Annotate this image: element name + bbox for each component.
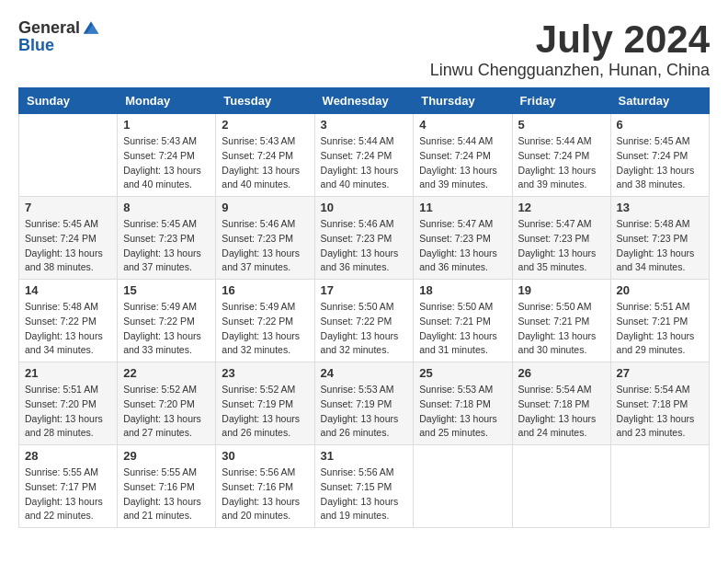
day-info: Sunrise: 5:54 AM Sunset: 7:18 PM Dayligh…	[518, 383, 605, 441]
weekday-header-wednesday: Wednesday	[314, 88, 414, 114]
weekday-header-row: SundayMondayTuesdayWednesdayThursdayFrid…	[19, 88, 710, 114]
weekday-header-tuesday: Tuesday	[216, 88, 314, 114]
calendar-cell: 29Sunrise: 5:55 AM Sunset: 7:16 PM Dayli…	[118, 445, 216, 528]
day-info: Sunrise: 5:53 AM Sunset: 7:18 PM Dayligh…	[419, 383, 506, 441]
calendar-cell: 5Sunrise: 5:44 AM Sunset: 7:24 PM Daylig…	[512, 114, 610, 197]
day-info: Sunrise: 5:48 AM Sunset: 7:23 PM Dayligh…	[617, 217, 703, 275]
day-number: 22	[123, 366, 210, 380]
calendar-table: SundayMondayTuesdayWednesdayThursdayFrid…	[18, 87, 710, 528]
day-info: Sunrise: 5:47 AM Sunset: 7:23 PM Dayligh…	[518, 217, 605, 275]
day-info: Sunrise: 5:56 AM Sunset: 7:15 PM Dayligh…	[321, 465, 408, 523]
day-info: Sunrise: 5:47 AM Sunset: 7:23 PM Dayligh…	[419, 217, 506, 275]
day-number: 12	[518, 201, 605, 214]
day-number: 28	[25, 449, 111, 463]
day-info: Sunrise: 5:49 AM Sunset: 7:22 PM Dayligh…	[222, 300, 308, 358]
day-info: Sunrise: 5:45 AM Sunset: 7:23 PM Dayligh…	[123, 217, 210, 275]
logo-blue: Blue	[18, 36, 54, 54]
calendar-cell: 17Sunrise: 5:50 AM Sunset: 7:22 PM Dayli…	[314, 280, 414, 362]
day-number: 25	[419, 366, 506, 380]
calendar-week-row: 1Sunrise: 5:43 AM Sunset: 7:24 PM Daylig…	[19, 114, 710, 197]
day-number: 23	[222, 366, 308, 380]
weekday-header-sunday: Sunday	[19, 88, 118, 114]
day-number: 7	[25, 201, 111, 214]
weekday-header-saturday: Saturday	[610, 88, 709, 114]
day-number: 17	[321, 283, 408, 297]
day-number: 19	[518, 283, 605, 297]
day-number: 6	[617, 118, 703, 132]
calendar-cell	[19, 114, 118, 197]
day-number: 10	[321, 201, 408, 214]
day-info: Sunrise: 5:43 AM Sunset: 7:24 PM Dayligh…	[123, 134, 210, 192]
day-number: 16	[222, 283, 308, 297]
calendar-week-row: 7Sunrise: 5:45 AM Sunset: 7:24 PM Daylig…	[19, 197, 710, 280]
day-info: Sunrise: 5:44 AM Sunset: 7:24 PM Dayligh…	[321, 134, 408, 192]
day-number: 11	[419, 201, 506, 214]
day-number: 15	[123, 283, 210, 297]
logo-icon	[82, 18, 100, 37]
calendar-cell: 7Sunrise: 5:45 AM Sunset: 7:24 PM Daylig…	[19, 197, 118, 280]
calendar-cell: 25Sunrise: 5:53 AM Sunset: 7:18 PM Dayli…	[414, 362, 512, 445]
day-info: Sunrise: 5:50 AM Sunset: 7:22 PM Dayligh…	[321, 300, 408, 358]
calendar-cell: 20Sunrise: 5:51 AM Sunset: 7:21 PM Dayli…	[610, 280, 709, 362]
day-number: 20	[617, 283, 703, 297]
calendar-cell: 30Sunrise: 5:56 AM Sunset: 7:16 PM Dayli…	[216, 445, 314, 528]
page-header: General Blue July 2024 Linwu Chengguanzh…	[18, 18, 710, 80]
day-info: Sunrise: 5:45 AM Sunset: 7:24 PM Dayligh…	[617, 134, 703, 192]
calendar-cell: 1Sunrise: 5:43 AM Sunset: 7:24 PM Daylig…	[118, 114, 216, 197]
day-number: 4	[419, 118, 506, 132]
day-info: Sunrise: 5:52 AM Sunset: 7:20 PM Dayligh…	[123, 383, 210, 441]
calendar-cell: 13Sunrise: 5:48 AM Sunset: 7:23 PM Dayli…	[610, 197, 709, 280]
day-info: Sunrise: 5:49 AM Sunset: 7:22 PM Dayligh…	[123, 300, 210, 358]
calendar-cell: 24Sunrise: 5:53 AM Sunset: 7:19 PM Dayli…	[314, 362, 414, 445]
calendar-cell: 14Sunrise: 5:48 AM Sunset: 7:22 PM Dayli…	[19, 280, 118, 362]
calendar-cell: 19Sunrise: 5:50 AM Sunset: 7:21 PM Dayli…	[512, 280, 610, 362]
day-number: 3	[321, 118, 408, 132]
calendar-cell: 3Sunrise: 5:44 AM Sunset: 7:24 PM Daylig…	[314, 114, 414, 197]
day-info: Sunrise: 5:44 AM Sunset: 7:24 PM Dayligh…	[518, 134, 605, 192]
day-info: Sunrise: 5:50 AM Sunset: 7:21 PM Dayligh…	[518, 300, 605, 358]
calendar-cell: 6Sunrise: 5:45 AM Sunset: 7:24 PM Daylig…	[610, 114, 709, 197]
calendar-cell: 28Sunrise: 5:55 AM Sunset: 7:17 PM Dayli…	[19, 445, 118, 528]
calendar-cell: 12Sunrise: 5:47 AM Sunset: 7:23 PM Dayli…	[512, 197, 610, 280]
day-number: 8	[123, 201, 210, 214]
calendar-cell: 22Sunrise: 5:52 AM Sunset: 7:20 PM Dayli…	[118, 362, 216, 445]
calendar-cell: 31Sunrise: 5:56 AM Sunset: 7:15 PM Dayli…	[314, 445, 414, 528]
day-info: Sunrise: 5:51 AM Sunset: 7:20 PM Dayligh…	[25, 383, 111, 441]
day-info: Sunrise: 5:45 AM Sunset: 7:24 PM Dayligh…	[25, 217, 111, 275]
day-number: 18	[419, 283, 506, 297]
day-info: Sunrise: 5:51 AM Sunset: 7:21 PM Dayligh…	[617, 300, 703, 358]
calendar-week-row: 14Sunrise: 5:48 AM Sunset: 7:22 PM Dayli…	[19, 280, 710, 362]
weekday-header-thursday: Thursday	[414, 88, 512, 114]
day-number: 27	[617, 366, 703, 380]
calendar-week-row: 21Sunrise: 5:51 AM Sunset: 7:20 PM Dayli…	[19, 362, 710, 445]
day-number: 14	[25, 283, 111, 297]
calendar-cell	[512, 445, 610, 528]
day-number: 1	[123, 118, 210, 132]
calendar-week-row: 28Sunrise: 5:55 AM Sunset: 7:17 PM Dayli…	[19, 445, 710, 528]
day-info: Sunrise: 5:55 AM Sunset: 7:17 PM Dayligh…	[25, 465, 111, 523]
day-number: 21	[25, 366, 111, 380]
weekday-header-friday: Friday	[512, 88, 610, 114]
day-info: Sunrise: 5:54 AM Sunset: 7:18 PM Dayligh…	[617, 383, 703, 441]
calendar-cell: 18Sunrise: 5:50 AM Sunset: 7:21 PM Dayli…	[414, 280, 512, 362]
calendar-cell: 16Sunrise: 5:49 AM Sunset: 7:22 PM Dayli…	[216, 280, 314, 362]
day-info: Sunrise: 5:44 AM Sunset: 7:24 PM Dayligh…	[419, 134, 506, 192]
calendar-cell: 27Sunrise: 5:54 AM Sunset: 7:18 PM Dayli…	[610, 362, 709, 445]
day-info: Sunrise: 5:43 AM Sunset: 7:24 PM Dayligh…	[222, 134, 308, 192]
logo: General Blue	[18, 18, 100, 54]
calendar-cell: 2Sunrise: 5:43 AM Sunset: 7:24 PM Daylig…	[216, 114, 314, 197]
day-info: Sunrise: 5:52 AM Sunset: 7:19 PM Dayligh…	[222, 383, 308, 441]
calendar-cell: 9Sunrise: 5:46 AM Sunset: 7:23 PM Daylig…	[216, 197, 314, 280]
calendar-cell	[414, 445, 512, 528]
day-info: Sunrise: 5:55 AM Sunset: 7:16 PM Dayligh…	[123, 465, 210, 523]
day-info: Sunrise: 5:48 AM Sunset: 7:22 PM Dayligh…	[25, 300, 111, 358]
calendar-cell: 11Sunrise: 5:47 AM Sunset: 7:23 PM Dayli…	[414, 197, 512, 280]
calendar-cell: 21Sunrise: 5:51 AM Sunset: 7:20 PM Dayli…	[19, 362, 118, 445]
day-number: 31	[321, 449, 408, 463]
calendar-cell: 15Sunrise: 5:49 AM Sunset: 7:22 PM Dayli…	[118, 280, 216, 362]
day-info: Sunrise: 5:56 AM Sunset: 7:16 PM Dayligh…	[222, 465, 308, 523]
calendar-cell: 4Sunrise: 5:44 AM Sunset: 7:24 PM Daylig…	[414, 114, 512, 197]
day-number: 29	[123, 449, 210, 463]
calendar-cell	[610, 445, 709, 528]
weekday-header-monday: Monday	[118, 88, 216, 114]
